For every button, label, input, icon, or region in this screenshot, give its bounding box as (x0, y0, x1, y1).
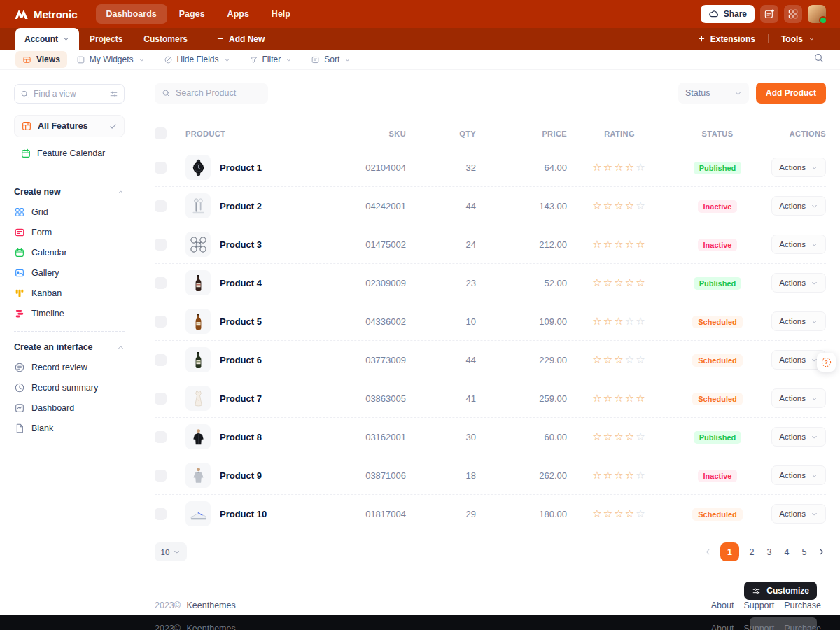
chevron-down-icon (811, 241, 818, 248)
row-checkbox[interactable] (155, 239, 167, 251)
previous-page-button[interactable] (704, 547, 713, 556)
toolbar-search-button[interactable] (813, 52, 825, 66)
header-qty[interactable]: QTY (459, 130, 476, 138)
actions-dropdown-button[interactable]: Actions (771, 158, 826, 177)
row-checkbox[interactable] (155, 200, 167, 212)
product-name-link[interactable]: Product 1 (220, 162, 262, 173)
page-number[interactable]: 3 (764, 547, 774, 557)
actions-dropdown-button[interactable]: Actions (771, 273, 826, 293)
sliders-icon[interactable] (109, 90, 118, 99)
actions-dropdown-button[interactable]: Actions (771, 234, 826, 254)
sidebar-item[interactable]: Grid (14, 206, 125, 218)
page-number[interactable]: 2 (747, 547, 757, 557)
page-number[interactable]: 1 (720, 542, 739, 561)
sidebar-item[interactable]: Record summary (14, 382, 125, 393)
header-price[interactable]: PRICE (542, 130, 567, 138)
table-row: Product 3 01475002 24 212.00 ☆☆☆☆☆ Inact… (155, 225, 826, 264)
tab-account[interactable]: Account (15, 28, 79, 50)
avatar[interactable] (808, 5, 826, 23)
tools-menu-button[interactable]: Tools (772, 34, 825, 44)
status-filter-select[interactable]: Status (678, 83, 749, 104)
copyright-company-link[interactable]: Keenthemes (187, 601, 236, 610)
row-checkbox[interactable] (155, 316, 167, 328)
find-view-input[interactable] (34, 89, 105, 99)
page-size-select[interactable]: 10 (155, 542, 187, 561)
views-button[interactable]: Views (15, 51, 67, 68)
sidebar-item[interactable]: Blank (14, 423, 125, 434)
product-thumbnail (186, 424, 211, 449)
product-name-link[interactable]: Product 7 (220, 393, 262, 404)
share-button[interactable]: Share (701, 5, 755, 23)
toolbar-item[interactable]: Sort (302, 55, 360, 64)
top-nav-item[interactable]: Apps (217, 4, 260, 24)
sidebar-item[interactable]: Form (14, 227, 125, 238)
view-toolbar: Views My Widgets Hide Fields Filter (0, 50, 840, 70)
sidebar-section-header[interactable]: Create new (14, 187, 125, 197)
footer-link[interactable]: About (711, 601, 734, 610)
sidebar-item-icon (14, 227, 25, 238)
sidebar-item[interactable]: Dashboard (14, 402, 125, 414)
row-checkbox[interactable] (155, 162, 167, 174)
top-nav-item[interactable]: Help (261, 4, 301, 24)
actions-dropdown-button[interactable]: Actions (771, 388, 826, 408)
sidebar-item[interactable]: Gallery (14, 267, 125, 279)
actions-dropdown-button[interactable]: Actions (771, 504, 826, 524)
actions-dropdown-button[interactable]: Actions (771, 427, 826, 447)
next-page-button[interactable] (817, 547, 826, 556)
product-name-link[interactable]: Product 6 (220, 355, 262, 365)
row-checkbox[interactable] (155, 508, 167, 520)
row-checkbox[interactable] (155, 470, 167, 482)
toolbar-item[interactable]: Hide Fields (155, 55, 240, 64)
sidebar-item[interactable]: Calendar (14, 247, 125, 258)
product-thumbnail (186, 270, 211, 295)
actions-dropdown-button[interactable]: Actions (771, 312, 826, 331)
product-search-input[interactable] (176, 88, 261, 98)
product-name-link[interactable]: Product 3 (220, 239, 262, 250)
add-product-button[interactable]: Add Product (756, 83, 826, 104)
customize-button[interactable]: Customize (744, 582, 817, 600)
product-name-link[interactable]: Product 4 (220, 278, 262, 288)
toolbar-item[interactable]: My Widgets (67, 55, 155, 64)
tab-item[interactable]: Projects (79, 28, 133, 50)
page-number[interactable]: 4 (782, 547, 792, 557)
help-floating-button[interactable]: ? (817, 353, 836, 372)
brand[interactable]: Metronic (14, 7, 78, 22)
apps-launcher-button[interactable] (784, 5, 802, 23)
star-filled-icon: ☆ (636, 276, 646, 288)
actions-dropdown-button[interactable]: Actions (771, 465, 826, 485)
chevron-down-icon (811, 318, 818, 326)
product-name-link[interactable]: Product 5 (220, 316, 262, 327)
header-product[interactable]: PRODUCT (186, 130, 329, 138)
product-name-link[interactable]: Product 10 (220, 509, 267, 519)
actions-dropdown-button[interactable]: Actions (771, 196, 826, 216)
notifications-button[interactable] (760, 5, 778, 23)
product-name-link[interactable]: Product 8 (220, 432, 262, 442)
add-new-tab-button[interactable]: Add New (206, 28, 275, 50)
header-status[interactable]: STATUS (702, 130, 734, 138)
sidebar-item[interactable]: Record review (14, 362, 125, 373)
sidebar-section-header[interactable]: Create an interface (14, 342, 125, 352)
extensions-button[interactable]: Extensions (689, 34, 764, 44)
row-checkbox[interactable] (155, 431, 167, 443)
footer-link[interactable]: Support (743, 601, 774, 610)
metronic-logo-icon (14, 7, 29, 22)
footer-ghost: 2023© Keenthemes About Support Purchase (155, 624, 821, 630)
sidebar-view-all-features[interactable]: All Features (14, 115, 125, 137)
header-sku[interactable]: SKU (389, 130, 406, 138)
sidebar-item[interactable]: Timeline (14, 308, 125, 319)
toolbar-item[interactable]: Filter (240, 55, 302, 64)
sidebar-item[interactable]: Kanban (14, 288, 125, 299)
product-name-link[interactable]: Product 9 (220, 470, 262, 481)
top-nav-item[interactable]: Dashboards (96, 4, 167, 24)
row-checkbox[interactable] (155, 277, 167, 289)
footer-link[interactable]: Purchase (784, 601, 821, 610)
tab-item[interactable]: Customers (133, 28, 198, 50)
top-nav-item[interactable]: Pages (169, 4, 216, 24)
sidebar-view-feature-calendar[interactable]: Feature Calendar (14, 143, 125, 164)
row-checkbox[interactable] (155, 354, 167, 366)
product-name-link[interactable]: Product 2 (220, 201, 262, 211)
header-rating[interactable]: RATING (604, 130, 635, 138)
page-number[interactable]: 5 (799, 547, 809, 557)
row-checkbox[interactable] (155, 393, 167, 405)
select-all-checkbox[interactable] (155, 127, 167, 139)
